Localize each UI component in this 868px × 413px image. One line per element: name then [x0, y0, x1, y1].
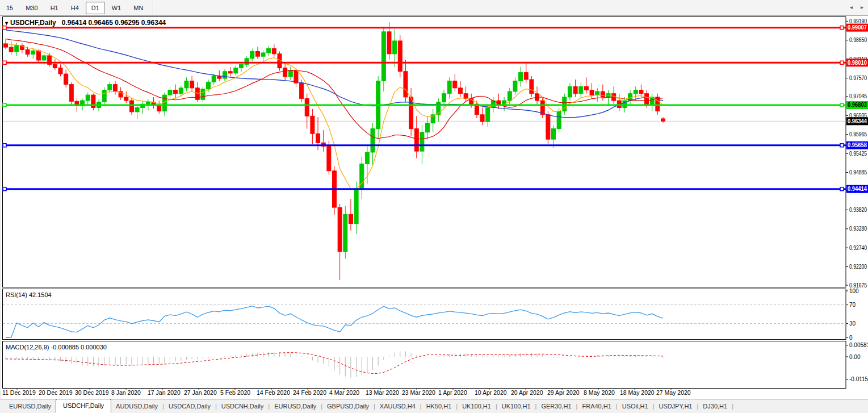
tab-uk100-h1[interactable]: UK100,H1 — [497, 401, 535, 412]
svg-text:0.00: 0.00 — [849, 354, 861, 360]
hline-handle[interactable] — [3, 61, 6, 64]
svg-text:0.96803: 0.96803 — [848, 102, 867, 108]
svg-text:8 May 2020: 8 May 2020 — [584, 389, 615, 396]
tab-dj30-h1[interactable]: DJ30,H1 — [698, 401, 732, 412]
svg-text:30: 30 — [849, 320, 856, 327]
svg-text:-0.01151: -0.01151 — [849, 376, 868, 382]
tab-hk50-h1[interactable]: HK50,H1 — [422, 401, 456, 412]
timeframe-button-h4[interactable]: H4 — [65, 2, 85, 14]
hline-handle[interactable] — [840, 144, 844, 147]
svg-text:4 Mar 2020: 4 Mar 2020 — [329, 389, 359, 396]
svg-text:0.98010: 0.98010 — [848, 60, 867, 66]
svg-text:27 May 2020: 27 May 2020 — [656, 389, 691, 396]
tab-scroll-right-button[interactable]: ▸ — [861, 4, 863, 10]
tab-usdjpy-h1[interactable]: USDJPY,H1 — [654, 401, 697, 412]
chart-ohlc-values: 0.96414 0.96465 0.96295 0.96344 — [62, 19, 166, 27]
svg-text:17 Jan 2020: 17 Jan 2020 — [148, 389, 181, 396]
chart-tab-bar: EURUSD,DailyUSDCHF,DailyAUDUSD,Daily|USD… — [0, 399, 868, 413]
svg-text:0.93280: 0.93280 — [849, 226, 867, 232]
timeframe-button-h1[interactable]: H1 — [45, 2, 64, 14]
svg-text:0.99190: 0.99190 — [849, 18, 867, 24]
tab-scroll-left-button[interactable]: ◂ — [850, 4, 853, 10]
svg-text:13 Mar 2020: 13 Mar 2020 — [366, 389, 399, 396]
svg-text:14 Feb 2020: 14 Feb 2020 — [257, 389, 290, 396]
svg-text:5 Feb 2020: 5 Feb 2020 — [220, 389, 250, 396]
hline-handle[interactable] — [840, 26, 844, 30]
svg-text:0.93820: 0.93820 — [849, 207, 867, 213]
time-axis[interactable]: 11 Dec 201920 Dec 201930 Dec 20198 Jan 2… — [2, 389, 691, 396]
svg-text:0.95965: 0.95965 — [849, 131, 867, 137]
tab-fra40-h1[interactable]: FRA40,H1 — [577, 401, 615, 412]
svg-text:23 Mar 2020: 23 Mar 2020 — [402, 389, 435, 396]
svg-text:0.005818: 0.005818 — [849, 342, 868, 348]
svg-text:0: 0 — [849, 335, 853, 341]
svg-text:20 Apr 2020: 20 Apr 2020 — [511, 389, 543, 396]
price-axis[interactable]: 0.991900.986500.981100.975700.970450.965… — [846, 18, 868, 383]
chart-canvas[interactable]: 0.991900.986500.981100.975700.970450.965… — [0, 0, 868, 413]
hline-handle[interactable] — [840, 103, 844, 107]
macd-indicator-label: MACD(12,26,9) -0.000885 0.000030 — [6, 344, 107, 351]
tab-separator: | — [732, 403, 733, 410]
svg-text:20 Dec 2019: 20 Dec 2019 — [39, 389, 73, 396]
svg-text:18 May 2020: 18 May 2020 — [620, 389, 655, 396]
hline-handle[interactable] — [3, 144, 6, 147]
tab-usdcad-daily[interactable]: USDCAD,Daily — [164, 401, 215, 412]
tab-eurusd-daily[interactable]: EURUSD,Daily — [270, 401, 321, 412]
svg-text:24 Feb 2020: 24 Feb 2020 — [293, 389, 326, 396]
symbol-dropdown-icon[interactable]: ▾ — [5, 20, 8, 26]
svg-text:30 Dec 2019: 30 Dec 2019 — [75, 389, 109, 396]
chart-title: ▾USDCHF,Daily0.96414 0.96465 0.96295 0.9… — [5, 19, 166, 27]
tab-uk100-h1[interactable]: UK100,H1 — [458, 401, 496, 412]
svg-text:27 Jan 2020: 27 Jan 2020 — [184, 389, 217, 396]
hline-handle[interactable] — [840, 61, 844, 64]
svg-text:0.97570: 0.97570 — [849, 75, 867, 81]
svg-text:11 Dec 2019: 11 Dec 2019 — [2, 389, 36, 396]
svg-text:0.94414: 0.94414 — [848, 186, 867, 192]
svg-text:0.92200: 0.92200 — [849, 264, 867, 270]
svg-text:1 Apr 2020: 1 Apr 2020 — [438, 389, 467, 396]
svg-text:0.96344: 0.96344 — [848, 118, 867, 124]
tab-gbpusd-daily[interactable]: GBPUSD,Daily — [322, 401, 374, 412]
timeframe-button-d1[interactable]: D1 — [86, 2, 105, 14]
tab-audusd-daily[interactable]: AUDUSD,Daily — [111, 401, 162, 412]
tab-xauusd-h4[interactable]: XAUUSD,H4 — [375, 401, 420, 412]
svg-text:0.97045: 0.97045 — [849, 93, 867, 99]
tab-ger30-h1[interactable]: GER30,H1 — [536, 401, 576, 412]
toolbar-separator — [153, 2, 154, 14]
svg-text:100: 100 — [849, 288, 859, 294]
svg-text:0.92740: 0.92740 — [849, 245, 867, 251]
tab-usdcnh-daily[interactable]: USDCNH,Daily — [217, 401, 269, 412]
svg-text:70: 70 — [849, 302, 856, 308]
svg-text:29 Apr 2020: 29 Apr 2020 — [547, 389, 580, 396]
svg-text:0.95658: 0.95658 — [848, 142, 867, 148]
timeframe-button-15[interactable]: 15 — [1, 2, 19, 14]
timeframe-button-mn[interactable]: MN — [128, 2, 149, 14]
svg-text:0.98650: 0.98650 — [849, 37, 867, 43]
svg-text:0.94885: 0.94885 — [849, 169, 867, 176]
timeframe-toolbar: 15M30H1H4D1W1MN — [0, 0, 868, 16]
chart-symbol-label: USDCHF,Daily — [10, 19, 56, 27]
tab-eurusd-daily[interactable]: EURUSD,Daily — [5, 401, 56, 412]
mt4-window: 15M30H1H4D1W1MN 0.991900.986500.981100.9… — [0, 0, 868, 413]
hline-handle[interactable] — [3, 103, 6, 107]
hline-handle[interactable] — [840, 187, 844, 191]
timeframe-button-w1[interactable]: W1 — [106, 2, 127, 14]
timeframe-button-m30[interactable]: M30 — [20, 2, 43, 14]
tab-usoil-h1[interactable]: USOil,H1 — [618, 401, 653, 412]
svg-text:0.95425: 0.95425 — [849, 151, 867, 157]
tab-usdchf-daily-active[interactable]: USDCHF,Daily — [56, 399, 111, 413]
svg-text:0.99007: 0.99007 — [848, 24, 867, 31]
hline-handle[interactable] — [3, 187, 6, 191]
rsi-indicator-label: RSI(14) 42.1504 — [6, 291, 52, 298]
svg-text:10 Apr 2020: 10 Apr 2020 — [475, 389, 507, 396]
tab-scroll-arrows: ◂ ▸ — [850, 4, 863, 10]
